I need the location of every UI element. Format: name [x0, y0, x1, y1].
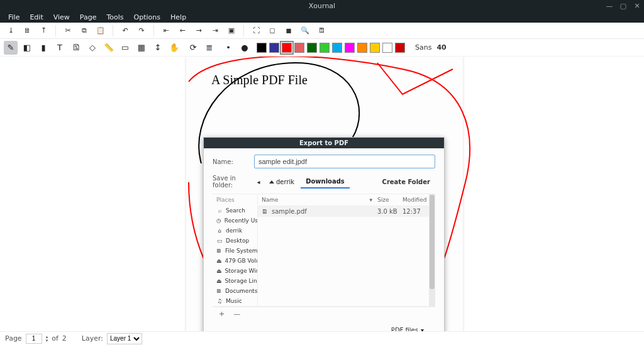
close-button[interactable]: ✕ — [633, 2, 641, 10]
menu-page[interactable]: Page — [75, 12, 101, 23]
create-folder-button[interactable]: Create Folder — [377, 176, 435, 188]
vspace-tool[interactable]: ↕ — [151, 41, 165, 55]
name-label: Name: — [213, 158, 248, 165]
pen-tool[interactable]: ✎ — [4, 41, 18, 55]
zoom-out-icon[interactable]: ◻ — [265, 24, 279, 38]
status-bar: Page ▴▾ of 2 Layer: Layer 1 — [0, 331, 644, 345]
place-item[interactable]: 🗎File System — [213, 246, 257, 256]
shape-tool[interactable]: ◇ — [86, 41, 99, 55]
file-scrollbar[interactable] — [429, 194, 435, 306]
image-tool[interactable]: 🖻 — [69, 41, 83, 55]
color-swatch[interactable] — [282, 43, 292, 53]
highlighter-tool[interactable]: ▮ — [36, 41, 50, 55]
place-item[interactable]: ⏏Storage Linux — [213, 276, 257, 286]
place-item[interactable]: ⌕Search — [213, 205, 257, 216]
color-swatch[interactable] — [307, 43, 317, 53]
file-row[interactable]: 🗎sample.pdf3.0 kB12:37 — [258, 206, 435, 217]
color-swatch[interactable] — [319, 43, 330, 53]
add-bookmark-button[interactable]: + — [219, 310, 225, 318]
prev-page-icon[interactable]: ← — [175, 24, 189, 38]
file-type-filter[interactable]: PDF files ▾ — [386, 324, 429, 331]
col-name[interactable]: Name — [262, 197, 279, 203]
window-title: Xournal — [309, 2, 335, 10]
color-swatch[interactable] — [257, 43, 267, 53]
fullscreen-toggle-icon[interactable]: ⛶ — [249, 24, 263, 38]
export-icon[interactable]: ⤒ — [36, 24, 50, 38]
zoom-in-icon[interactable]: ◼ — [282, 24, 296, 38]
place-icon: ▭ — [216, 238, 223, 244]
ruler-tool[interactable]: 📏 — [102, 41, 116, 55]
font-family[interactable]: Sans — [415, 43, 431, 52]
menu-edit[interactable]: Edit — [25, 12, 47, 23]
line-style-icon[interactable]: ≣ — [203, 41, 216, 55]
place-item[interactable]: 🗎Documents — [213, 286, 257, 296]
save-icon[interactable]: ⤓ — [4, 24, 18, 38]
redo-icon[interactable]: ↷ — [135, 24, 148, 38]
breadcrumb-current[interactable]: Downloads — [301, 175, 350, 189]
next-page-icon[interactable]: → — [192, 24, 206, 38]
menu-help[interactable]: Help — [166, 12, 191, 23]
menu-tools[interactable]: Tools — [102, 12, 128, 23]
color-swatch[interactable] — [382, 43, 392, 53]
color-swatch[interactable] — [345, 43, 355, 53]
place-item[interactable]: ♫Music — [213, 296, 257, 306]
thickness-fine-icon[interactable]: • — [221, 41, 235, 55]
last-page-icon[interactable]: ⇥ — [208, 24, 222, 38]
col-size[interactable]: Size — [377, 197, 402, 203]
color-swatch[interactable] — [357, 43, 367, 53]
page-number-input[interactable] — [26, 334, 42, 344]
color-swatch[interactable] — [269, 43, 279, 53]
scrollbar-thumb[interactable] — [430, 195, 435, 289]
main-toolbar: ⤓🗎⤒✂⧉📋↶↷⇤←→⇥▣⛶◻◼🔍🖺 — [0, 23, 644, 39]
place-item[interactable]: ▭Desktop — [213, 236, 257, 246]
menu-file[interactable]: File — [4, 12, 24, 23]
place-icon: ⏏ — [216, 278, 222, 284]
layer-select[interactable]: Layer 1 — [107, 333, 142, 344]
font-size[interactable]: 40 — [436, 43, 446, 52]
breadcrumb-home[interactable]: derrik — [264, 176, 299, 188]
document-heading: A Simple PDF File — [211, 73, 308, 87]
page-step-down[interactable]: ▾ — [46, 339, 48, 342]
layer-label: Layer: — [82, 334, 103, 342]
first-page-icon[interactable]: ⇤ — [159, 24, 173, 38]
copy-icon[interactable]: ⧉ — [77, 24, 91, 38]
menu-options[interactable]: Options — [130, 12, 165, 23]
cut-icon[interactable]: ✂ — [61, 24, 75, 38]
place-item[interactable]: ⌂derrik — [213, 226, 257, 236]
hand-tool[interactable]: ✋ — [167, 41, 181, 55]
shape-recognizer-icon[interactable]: ⟳ — [186, 41, 200, 55]
place-label: Storage Windows — [225, 268, 257, 274]
eraser-tool[interactable]: ◧ — [20, 41, 34, 55]
color-swatch[interactable] — [370, 43, 380, 53]
place-item[interactable]: ⏏479 GB Volume — [213, 256, 257, 266]
thickness-med-icon[interactable]: ● — [238, 41, 252, 55]
select-region-tool[interactable]: ▦ — [135, 41, 148, 55]
place-item[interactable]: ◷Recently Used — [213, 216, 257, 226]
minimize-button[interactable]: — — [605, 2, 614, 10]
place-label: Music — [226, 298, 242, 304]
zoom-region-icon[interactable]: ▣ — [225, 24, 238, 38]
select-rect-tool[interactable]: ▭ — [118, 41, 132, 55]
place-item[interactable]: ⏏Storage Windows — [213, 266, 257, 276]
open-icon[interactable]: 🗎 — [20, 24, 34, 38]
sort-caret-icon[interactable]: ▾ — [369, 197, 372, 203]
filename-input[interactable] — [254, 155, 435, 168]
menu-view[interactable]: View — [49, 12, 74, 23]
maximize-button[interactable]: ▢ — [619, 2, 628, 10]
col-modified[interactable]: Modified — [402, 197, 431, 203]
text-tool[interactable]: T — [53, 41, 67, 55]
color-swatch[interactable] — [395, 43, 405, 53]
remove-bookmark-button[interactable]: — — [233, 310, 240, 318]
place-icon: ♫ — [216, 298, 223, 304]
pdf-tool-icon[interactable]: 🖺 — [314, 24, 328, 38]
place-icon: ⏏ — [216, 258, 222, 264]
home-icon — [269, 180, 274, 183]
breadcrumb-back-icon[interactable]: ◂ — [254, 178, 263, 185]
undo-icon[interactable]: ↶ — [118, 24, 132, 38]
place-icon: ◷ — [216, 217, 221, 224]
color-swatch[interactable] — [294, 43, 304, 53]
zoom-fit-icon[interactable]: 🔍 — [298, 24, 312, 38]
paste-icon[interactable]: 📋 — [94, 24, 108, 38]
canvas-area[interactable]: A Simple PDF File Export to PDF Name: Sa… — [0, 57, 644, 331]
color-swatch[interactable] — [332, 43, 342, 53]
